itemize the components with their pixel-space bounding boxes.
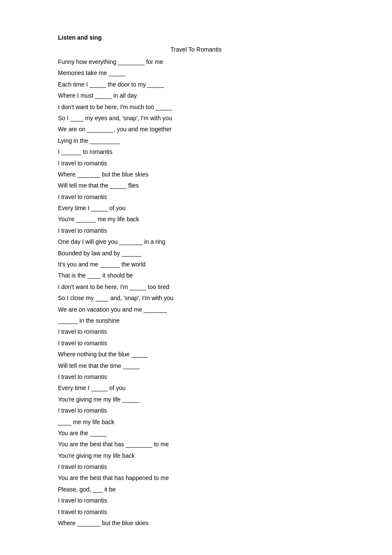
lyrics-line: It's you and me ______ the world xyxy=(58,260,334,269)
lyrics-line: Please, god, ___ it be xyxy=(58,485,334,494)
lyrics-line: Memories take me _____ xyxy=(58,68,334,78)
lyrics-line: You are the _____ xyxy=(58,428,334,438)
lyrics-line: Each time I _____ the door to my _____ xyxy=(58,80,334,89)
lyrics-container: Funny how everything ________ for meMemo… xyxy=(58,57,334,528)
lyrics-line: Where I must _____ in all day xyxy=(58,91,334,100)
song-title: Travel To Romantis xyxy=(58,46,334,53)
lyrics-line: That is the ____ it should be xyxy=(58,271,334,280)
lyrics-line: I travel to romantis xyxy=(58,159,334,168)
lyrics-line: We are on vacation you and me _______ xyxy=(58,305,334,314)
lyrics-line: So I ____ my eyes and, 'snap', I'm with … xyxy=(58,113,334,123)
section-title: Listen and sing xyxy=(58,34,334,41)
lyrics-line: You're ______ me my life back xyxy=(58,214,334,224)
lyrics-line: Will tell me that the time _____ xyxy=(58,361,334,370)
lyrics-line: I ______ to romantis xyxy=(58,147,334,156)
lyrics-line: I travel to romantis xyxy=(58,372,334,382)
lyrics-line: You are the best that has happened to me xyxy=(58,473,334,483)
lyrics-line: I travel to romantis xyxy=(58,496,334,505)
lyrics-line: Where nothing but the blue _____ xyxy=(58,350,334,359)
lyrics-line: I don't want to be here, I'm _____ too t… xyxy=(58,282,334,292)
lyrics-line: Every time I _____ of you xyxy=(58,383,334,393)
lyrics-line: One day I will give you _______ in a rin… xyxy=(58,237,334,246)
lyrics-line: I travel to romantis xyxy=(58,462,334,471)
lyrics-line: I travel to romantis xyxy=(58,406,334,415)
lyrics-line: You are the best that has ________ to me xyxy=(58,439,334,449)
lyrics-line: Bounded by law and by ______ xyxy=(58,249,334,258)
lyrics-line: Where _______ but the blue skies xyxy=(58,518,334,528)
lyrics-line: ______ in the sunshine xyxy=(58,316,334,325)
lyrics-line: Funny how everything ________ for me xyxy=(58,57,334,66)
lyrics-line: We are on ________, you and me together xyxy=(58,124,334,134)
lyrics-line: I travel to romantis xyxy=(58,226,334,235)
lyrics-line: You're giving me my life back xyxy=(58,451,334,460)
lyrics-line: Will tell me that the _____ flies xyxy=(58,181,334,190)
lyrics-line: I travel to romantis xyxy=(58,338,334,348)
lyrics-line: You're giving me my life _____ xyxy=(58,395,334,404)
lyrics-line: I don't want to be here, I'm much too __… xyxy=(58,102,334,112)
lyrics-line: ____ me my life back xyxy=(58,417,334,427)
lyrics-line: I travel to romantis xyxy=(58,327,334,336)
lyrics-line: So I close my ____ and, 'snap', I'm with… xyxy=(58,293,334,303)
lyrics-line: I travel to romantis xyxy=(58,507,334,517)
lyrics-line: I travel to romantis xyxy=(58,192,334,202)
lyrics-line: Lying in the _________ xyxy=(58,136,334,145)
lyrics-line: Every time I _____ of you xyxy=(58,203,334,213)
lyrics-line: Where _______ but the blue skies xyxy=(58,170,334,179)
